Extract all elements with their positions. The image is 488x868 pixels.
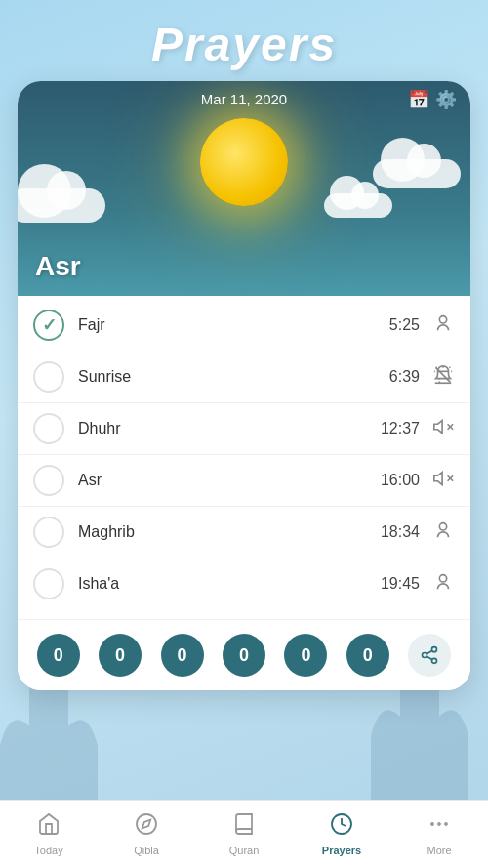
prayer-item-dhuhr[interactable]: Dhuhr 12:37	[18, 403, 470, 455]
svg-point-4	[439, 315, 446, 322]
clock-icon	[330, 812, 353, 842]
svg-point-25	[137, 814, 156, 834]
ishaa-check[interactable]	[33, 568, 64, 599]
svg-marker-12	[434, 420, 442, 433]
maghrib-check[interactable]	[33, 517, 64, 548]
calendar-icon[interactable]: 📅	[408, 89, 429, 110]
svg-point-20	[432, 647, 437, 652]
svg-line-8	[449, 366, 450, 367]
asr-check[interactable]	[33, 465, 64, 496]
header-icons: 📅 ⚙️	[408, 89, 457, 110]
card-header: Mar 11, 2020 📅 ⚙️ Asr	[18, 81, 470, 296]
asr-time: 16:00	[381, 472, 420, 489]
ishaa-sound-icon[interactable]	[431, 571, 455, 598]
compass-icon	[135, 812, 158, 842]
nav-prayers[interactable]: Prayers	[293, 806, 390, 862]
book-icon	[232, 812, 256, 842]
fajr-time: 5:25	[389, 316, 420, 334]
nav-prayers-label: Prayers	[322, 845, 361, 856]
counter-value-5: 0	[301, 645, 310, 666]
header-date: Mar 11, 2020	[33, 91, 455, 107]
dhuhr-name: Dhuhr	[78, 420, 381, 437]
svg-marker-15	[434, 472, 442, 484]
prayer-item-ishaa[interactable]: Isha'a 19:45	[18, 558, 470, 609]
maghrib-sound-icon[interactable]	[431, 519, 455, 546]
fajr-name: Fajr	[78, 316, 389, 334]
maghrib-name: Maghrib	[78, 523, 381, 541]
prayer-list: Fajr 5:25 Sunrise 6:39	[18, 296, 470, 619]
dhuhr-sound-icon[interactable]	[431, 416, 455, 442]
nav-quran[interactable]: Quran	[195, 806, 293, 862]
nav-quran-label: Quran	[229, 845, 260, 856]
svg-point-28	[431, 823, 433, 825]
svg-line-23	[427, 656, 432, 659]
sunrise-sound-icon[interactable]	[431, 364, 455, 391]
counter-btn-1[interactable]: 0	[37, 634, 80, 677]
fajr-check[interactable]	[33, 310, 64, 341]
nav-more[interactable]: More	[390, 806, 488, 862]
sunrise-name: Sunrise	[78, 368, 389, 386]
nav-more-label: More	[427, 845, 451, 856]
cloud-left	[18, 188, 105, 223]
counter-btn-4[interactable]: 0	[223, 634, 265, 677]
svg-point-19	[439, 574, 446, 581]
dhuhr-check[interactable]	[33, 413, 64, 444]
counter-btn-3[interactable]: 0	[161, 634, 204, 677]
prayer-item-sunrise[interactable]: Sunrise 6:39	[18, 351, 470, 403]
sun-decoration	[200, 118, 288, 206]
maghrib-time: 18:34	[381, 523, 420, 541]
svg-point-30	[445, 823, 447, 825]
nav-qibla-label: Qibla	[134, 845, 159, 856]
asr-sound-icon[interactable]	[431, 468, 455, 494]
share-button[interactable]	[408, 634, 451, 677]
prayer-item-fajr[interactable]: Fajr 5:25	[18, 300, 470, 351]
more-icon	[427, 812, 451, 842]
svg-line-24	[427, 650, 432, 653]
nav-qibla[interactable]: Qibla	[98, 806, 195, 862]
counter-value-4: 0	[239, 645, 249, 666]
sunrise-time: 6:39	[389, 368, 420, 386]
prayer-item-maghrib[interactable]: Maghrib 18:34	[18, 507, 470, 558]
counter-value-1: 0	[54, 645, 63, 666]
svg-point-18	[439, 522, 446, 529]
asr-name: Asr	[78, 472, 381, 489]
fajr-sound-icon[interactable]	[431, 312, 455, 339]
header-top-bar: Mar 11, 2020 📅 ⚙️	[18, 81, 470, 117]
cloud-right2	[324, 193, 392, 218]
counter-btn-6[interactable]: 0	[346, 634, 389, 677]
counter-value-3: 0	[178, 645, 187, 666]
svg-point-29	[438, 823, 440, 825]
home-icon	[37, 812, 61, 842]
current-prayer-label: Asr	[35, 251, 81, 282]
ishaa-name: Isha'a	[78, 575, 381, 593]
dhuhr-time: 12:37	[381, 420, 420, 437]
svg-marker-26	[142, 820, 150, 828]
cloud-right	[373, 159, 461, 188]
svg-point-22	[432, 658, 437, 663]
counter-value-2: 0	[115, 645, 125, 666]
page-title: Prayers	[0, 0, 488, 71]
counter-btn-5[interactable]: 0	[284, 634, 327, 677]
main-card: Mar 11, 2020 📅 ⚙️ Asr Fajr 5:25	[18, 81, 470, 690]
counter-value-6: 0	[363, 645, 373, 666]
svg-point-21	[423, 653, 427, 658]
counter-row: 0 0 0 0 0 0	[18, 619, 470, 690]
nav-today-label: Today	[34, 845, 62, 856]
sunrise-check[interactable]	[33, 361, 64, 393]
prayer-item-asr[interactable]: Asr 16:00	[18, 455, 470, 507]
counter-btn-2[interactable]: 0	[99, 634, 142, 677]
bottom-nav: Today Qibla Quran Prayers	[0, 800, 488, 868]
ishaa-time: 19:45	[381, 575, 420, 593]
settings-icon[interactable]: ⚙️	[435, 89, 457, 110]
nav-today[interactable]: Today	[0, 806, 98, 862]
